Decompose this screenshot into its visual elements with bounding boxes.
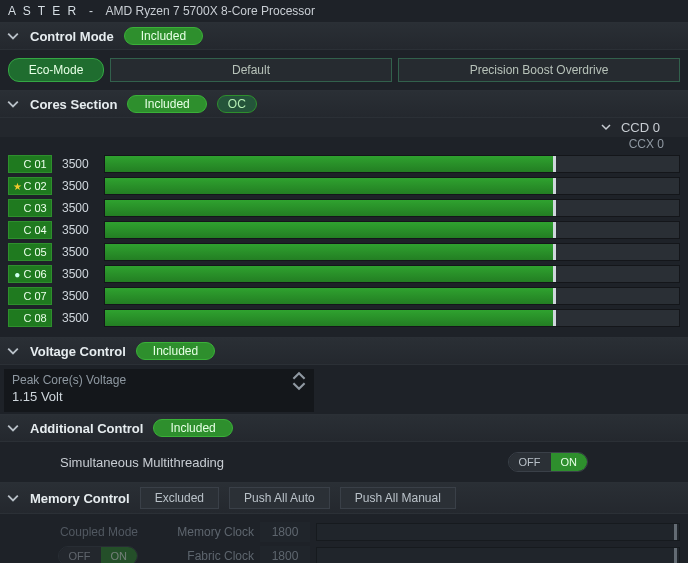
ccx-label: CCX 0 <box>629 137 664 151</box>
core-slider[interactable] <box>104 287 680 305</box>
voltage-value: 1.15 Volt <box>12 389 306 404</box>
default-mode-button[interactable]: Default <box>110 58 392 82</box>
smt-on[interactable]: ON <box>551 453 588 471</box>
core-slider[interactable] <box>104 177 680 195</box>
core-row: C 013500 <box>8 155 680 173</box>
control-mode-badge[interactable]: Included <box>124 27 203 45</box>
memory-clock-slider[interactable] <box>316 523 680 541</box>
core-freq: 3500 <box>56 289 100 303</box>
core-id: C 02 <box>23 180 46 192</box>
fabric-clock-value[interactable]: 1800 <box>260 546 310 563</box>
core-tag[interactable]: C 01 <box>8 155 52 173</box>
cores-included-badge[interactable]: Included <box>127 95 206 113</box>
voltage-control-header: Voltage Control Included <box>0 337 688 365</box>
coupled-mode-toggle[interactable]: OFF ON <box>58 546 139 563</box>
additional-control-header: Additional Control Included <box>0 414 688 442</box>
core-mark-icon: ★ <box>13 181 21 192</box>
core-tag[interactable]: C 05 <box>8 243 52 261</box>
core-slider[interactable] <box>104 265 680 283</box>
chevron-down-icon[interactable] <box>6 491 20 505</box>
core-slider[interactable] <box>104 155 680 173</box>
push-all-auto-button[interactable]: Push All Auto <box>229 487 330 509</box>
chevron-down-icon <box>601 120 611 135</box>
core-row: ●C 063500 <box>8 265 680 283</box>
core-id: C 06 <box>23 268 46 280</box>
core-tag[interactable]: C 07 <box>8 287 52 305</box>
core-row: C 083500 <box>8 309 680 327</box>
core-freq: 3500 <box>56 267 100 281</box>
coupled-on[interactable]: ON <box>101 547 138 563</box>
core-id: C 07 <box>23 290 46 302</box>
core-freq: 3500 <box>56 245 100 259</box>
oc-button[interactable]: OC <box>217 95 257 113</box>
core-slider[interactable] <box>104 309 680 327</box>
core-row: C 033500 <box>8 199 680 217</box>
smt-toggle[interactable]: OFF ON <box>508 452 589 472</box>
core-freq: 3500 <box>56 179 100 193</box>
memory-excluded-badge[interactable]: Excluded <box>140 487 219 509</box>
core-tag[interactable]: C 03 <box>8 199 52 217</box>
pbo-mode-button[interactable]: Precision Boost Overdrive <box>398 58 680 82</box>
app-name-fragment: A S T E R <box>8 4 78 18</box>
core-row: C 043500 <box>8 221 680 239</box>
ccd-row[interactable]: CCD 0 <box>0 118 688 137</box>
core-slider[interactable] <box>104 221 680 239</box>
cpu-name: AMD Ryzen 7 5700X 8-Core Processor <box>106 4 315 18</box>
core-id: C 04 <box>23 224 46 236</box>
fabric-clock-label: Fabric Clock <box>154 549 254 563</box>
cores-section-title: Cores Section <box>30 97 117 112</box>
core-slider[interactable] <box>104 243 680 261</box>
push-all-manual-button[interactable]: Push All Manual <box>340 487 456 509</box>
chevron-up-icon[interactable] <box>292 371 306 381</box>
core-id: C 05 <box>23 246 46 258</box>
memory-control-header: Memory Control Excluded Push All Auto Pu… <box>0 482 688 514</box>
additional-included-badge[interactable]: Included <box>153 419 232 437</box>
chevron-down-icon[interactable] <box>292 381 306 391</box>
coupled-mode-label: Coupled Mode <box>8 525 148 539</box>
ccx-row: CCX 0 <box>0 137 688 153</box>
core-id: C 01 <box>23 158 46 170</box>
core-freq: 3500 <box>56 157 100 171</box>
smt-off[interactable]: OFF <box>509 453 551 471</box>
control-mode-buttons: Eco-Mode Default Precision Boost Overdri… <box>0 50 688 90</box>
core-tag[interactable]: ●C 06 <box>8 265 52 283</box>
core-row: C 073500 <box>8 287 680 305</box>
core-row: C 053500 <box>8 243 680 261</box>
core-id: C 08 <box>23 312 46 324</box>
core-slider[interactable] <box>104 199 680 217</box>
coupled-off[interactable]: OFF <box>59 547 101 563</box>
chevron-down-icon[interactable] <box>6 344 20 358</box>
eco-mode-button[interactable]: Eco-Mode <box>8 58 104 82</box>
core-id: C 03 <box>23 202 46 214</box>
memory-clock-label: Memory Clock <box>154 525 254 539</box>
fabric-clock-slider[interactable] <box>316 547 680 563</box>
cores-list: C 013500★C 023500C 033500C 043500C 05350… <box>0 153 688 337</box>
chevron-down-icon[interactable] <box>6 97 20 111</box>
chevron-down-icon[interactable] <box>6 421 20 435</box>
voltage-box: Peak Core(s) Voltage 1.15 Volt <box>4 369 314 412</box>
core-tag[interactable]: C 04 <box>8 221 52 239</box>
core-row: ★C 023500 <box>8 177 680 195</box>
smt-row: Simultaneous Multithreading OFF ON <box>0 442 688 482</box>
voltage-included-badge[interactable]: Included <box>136 342 215 360</box>
core-freq: 3500 <box>56 223 100 237</box>
core-tag[interactable]: ★C 02 <box>8 177 52 195</box>
voltage-control-title: Voltage Control <box>30 344 126 359</box>
core-tag[interactable]: C 08 <box>8 309 52 327</box>
voltage-label: Peak Core(s) Voltage <box>12 373 306 387</box>
voltage-stepper[interactable] <box>292 371 306 391</box>
smt-label: Simultaneous Multithreading <box>60 455 224 470</box>
core-mark-icon: ● <box>13 269 21 280</box>
memory-block: Coupled Mode Memory Clock 1800 OFF ON Fa… <box>0 514 688 563</box>
cores-section-header: Cores Section Included OC <box>0 90 688 118</box>
control-mode-title: Control Mode <box>30 29 114 44</box>
core-freq: 3500 <box>56 201 100 215</box>
additional-control-title: Additional Control <box>30 421 143 436</box>
core-freq: 3500 <box>56 311 100 325</box>
ccd-label: CCD 0 <box>621 120 660 135</box>
chevron-down-icon[interactable] <box>6 29 20 43</box>
control-mode-header: Control Mode Included <box>0 22 688 50</box>
memory-control-title: Memory Control <box>30 491 130 506</box>
title-bar: A S T E R - AMD Ryzen 7 5700X 8-Core Pro… <box>0 0 688 22</box>
memory-clock-value[interactable]: 1800 <box>260 522 310 542</box>
